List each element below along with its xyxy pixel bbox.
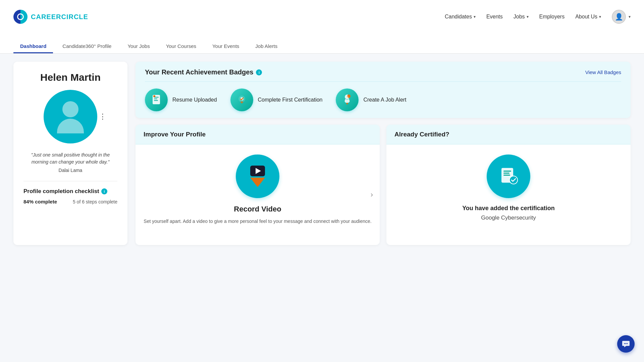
badge-cert-label: Complete First Certification bbox=[258, 97, 323, 103]
checklist-title: Profile completion checklist i bbox=[23, 188, 117, 195]
svg-rect-14 bbox=[503, 175, 510, 176]
tabs-bar: Dashboard Candidate360° Profile Your Job… bbox=[0, 34, 644, 54]
badge-alert-label: Create A Job Alert bbox=[363, 97, 406, 103]
nav-jobs[interactable]: Jobs ▾ bbox=[514, 14, 529, 20]
navbar: CAREERCIRCLE Candidates ▾ Events Jobs ▾ … bbox=[0, 0, 644, 34]
badges-divider bbox=[145, 81, 621, 82]
svg-rect-12 bbox=[503, 171, 511, 172]
quote-text: "Just one small positive thought in the … bbox=[23, 152, 117, 166]
badges-list: Resume Uploaded Complete First Certifica… bbox=[145, 88, 621, 111]
certified-icon bbox=[487, 155, 530, 198]
avatar-head bbox=[62, 101, 78, 117]
progress-steps: 5 of 6 steps complete bbox=[73, 199, 117, 204]
nav-employers[interactable]: Employers bbox=[539, 14, 565, 20]
certified-svg-icon bbox=[497, 165, 520, 188]
logo-icon bbox=[13, 10, 28, 24]
alert-svg-icon: ! bbox=[341, 94, 354, 106]
cert-svg-icon bbox=[235, 94, 248, 106]
avatar-wrap: ⋮ bbox=[44, 90, 97, 143]
next-arrow-icon[interactable]: › bbox=[371, 190, 373, 199]
logo-inner-circle bbox=[17, 13, 24, 20]
jobs-chevron-icon: ▾ bbox=[527, 14, 529, 19]
svg-point-15 bbox=[509, 176, 518, 184]
certified-card-header: Already Certified? bbox=[386, 125, 631, 144]
left-panel: Helen Martin ⋮ "Just one small positive … bbox=[13, 62, 127, 245]
avatar-body bbox=[57, 119, 84, 133]
user-name: Helen Martin bbox=[40, 72, 101, 83]
more-options-icon[interactable]: ⋮ bbox=[99, 112, 107, 121]
already-certified-card: Already Certified? You have added the ce… bbox=[386, 125, 631, 245]
right-panel: Your Recent Achievement Badges i View Al… bbox=[136, 62, 631, 245]
camera-stand-icon bbox=[250, 178, 265, 187]
divider bbox=[23, 181, 117, 181]
view-all-badges-link[interactable]: View All Badges bbox=[585, 69, 621, 75]
nav-avatar-area: 👤 ▾ bbox=[612, 10, 631, 24]
svg-rect-13 bbox=[503, 173, 509, 174]
certified-card-body: You have added the certification Google … bbox=[386, 144, 631, 245]
nav-links: Candidates ▾ Events Jobs ▾ Employers Abo… bbox=[445, 10, 631, 24]
logo[interactable]: CAREERCIRCLE bbox=[13, 10, 88, 24]
certified-desc: You have added the certification bbox=[462, 205, 555, 212]
badges-info-icon[interactable]: i bbox=[256, 69, 262, 75]
record-video-desc: Set yourself apart. Add a video to give … bbox=[144, 218, 371, 225]
avatar-person-icon bbox=[54, 100, 87, 133]
about-chevron-icon: ▾ bbox=[599, 14, 601, 19]
svg-rect-2 bbox=[154, 99, 157, 99]
logo-text: CAREERCIRCLE bbox=[31, 13, 88, 21]
checklist-progress: 84% complete 5 of 6 steps complete bbox=[23, 199, 117, 204]
badges-header: Your Recent Achievement Badges i View Al… bbox=[145, 68, 621, 76]
badges-card: Your Recent Achievement Badges i View Al… bbox=[136, 62, 631, 118]
avatar bbox=[44, 90, 97, 143]
nav-about-us[interactable]: About Us ▾ bbox=[575, 14, 601, 20]
avatar-chevron-icon: ▾ bbox=[629, 14, 631, 19]
nav-events[interactable]: Events bbox=[486, 14, 503, 20]
tab-your-events[interactable]: Your Events bbox=[206, 39, 246, 53]
resume-svg-icon bbox=[150, 94, 163, 106]
record-video-title: Record Video bbox=[234, 205, 281, 214]
badge-resume-label: Resume Uploaded bbox=[172, 97, 217, 103]
tab-candidate360[interactable]: Candidate360° Profile bbox=[56, 39, 118, 53]
improve-card-body: › Record Video Set yourself apart. Add a… bbox=[136, 144, 380, 245]
user-avatar-button[interactable]: 👤 bbox=[612, 10, 626, 24]
badges-title: Your Recent Achievement Badges i bbox=[145, 68, 262, 76]
badge-cert-icon bbox=[230, 88, 253, 111]
svg-text:!: ! bbox=[347, 95, 348, 98]
badge-certification: Complete First Certification bbox=[230, 88, 323, 111]
tab-your-courses[interactable]: Your Courses bbox=[159, 39, 203, 53]
svg-point-8 bbox=[346, 103, 348, 105]
play-triangle-icon bbox=[256, 168, 261, 174]
bottom-row: Improve Your Profile › Record Video Set … bbox=[136, 125, 631, 245]
tab-your-jobs[interactable]: Your Jobs bbox=[121, 39, 156, 53]
main-content: Helen Martin ⋮ "Just one small positive … bbox=[0, 54, 644, 253]
cert-name: Google Cybersecurity bbox=[481, 215, 536, 221]
svg-rect-3 bbox=[154, 100, 158, 101]
progress-percent: 84% complete bbox=[23, 199, 57, 204]
tab-dashboard[interactable]: Dashboard bbox=[13, 39, 53, 53]
candidates-chevron-icon: ▾ bbox=[474, 14, 476, 19]
badge-job-alert: ! Create A Job Alert bbox=[336, 88, 406, 111]
nav-candidates[interactable]: Candidates ▾ bbox=[445, 14, 476, 20]
improve-profile-card: Improve Your Profile › Record Video Set … bbox=[136, 125, 380, 245]
quote-author: Dalai Lama bbox=[59, 168, 83, 173]
tab-job-alerts[interactable]: Job Alerts bbox=[249, 39, 284, 53]
checklist-info-icon[interactable]: i bbox=[101, 188, 107, 194]
checklist-section: Profile completion checklist i 84% compl… bbox=[23, 188, 117, 204]
badge-alert-icon: ! bbox=[336, 88, 359, 111]
play-button-icon bbox=[250, 166, 265, 176]
improve-card-header: Improve Your Profile bbox=[136, 125, 380, 144]
badge-resume-icon bbox=[145, 88, 168, 111]
record-video-icon bbox=[236, 155, 279, 198]
badge-resume: Resume Uploaded bbox=[145, 88, 217, 111]
video-icon-inner bbox=[250, 166, 265, 187]
